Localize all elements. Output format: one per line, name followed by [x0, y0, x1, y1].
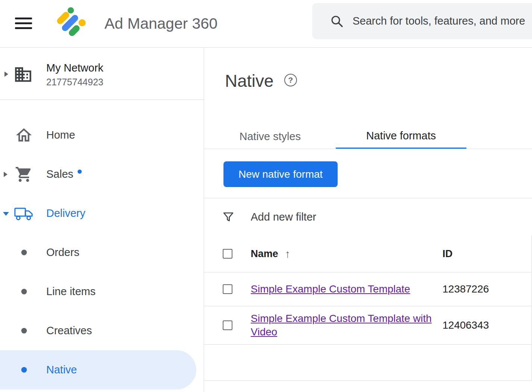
chevron-down-icon[interactable] [3, 212, 9, 216]
help-glyph: ? [288, 76, 293, 85]
search-bar[interactable]: Search for tools, features, and more [312, 3, 532, 39]
search-icon [330, 15, 344, 28]
chevron-right-icon[interactable] [4, 172, 7, 177]
cart-icon [15, 165, 33, 183]
sidebar-item-home[interactable]: Home [0, 116, 204, 155]
table-row: Simple Example Custom Template 12387226 [204, 272, 531, 306]
page-title: Native [225, 71, 273, 91]
sidebar: My Network 21775744923 Home Sales [0, 48, 204, 392]
row-checkbox[interactable] [223, 320, 232, 330]
sidebar-item-line-items[interactable]: Line items [0, 272, 204, 311]
native-format-link[interactable]: Simple Example Custom Template [251, 282, 410, 296]
sidebar-item-label: Orders [46, 233, 79, 272]
add-filter-label: Add new filter [251, 198, 316, 235]
sidebar-nav: Home Sales Delivery [0, 116, 204, 389]
chevron-right-icon[interactable] [4, 72, 8, 77]
table-header-row: Name ↑ ID [204, 235, 531, 272]
notification-dot [78, 170, 82, 174]
table-empty-row [204, 345, 531, 381]
main-content: Native ? Native styles Native formats Ne… [204, 48, 532, 392]
bullet-icon [21, 289, 27, 294]
sidebar-item-creatives[interactable]: Creatives [0, 311, 204, 350]
tab-native-formats[interactable]: Native formats [336, 124, 466, 149]
select-all-checkbox[interactable] [223, 249, 232, 259]
row-checkbox[interactable] [223, 284, 232, 294]
building-icon [13, 65, 33, 84]
sidebar-item-label: Home [46, 116, 75, 155]
row-id: 12406343 [442, 319, 489, 331]
search-placeholder-text: Search for tools, features, and more [353, 15, 525, 27]
app-title: Ad Manager 360 [104, 0, 218, 47]
table-row: Simple Example Custom Template with Vide… [204, 306, 531, 345]
new-native-format-button[interactable]: New native format [223, 161, 338, 187]
bullet-icon [21, 250, 27, 255]
native-formats-table: Name ↑ ID Simple Example Custom Template… [204, 235, 532, 381]
column-header-id: ID [442, 248, 453, 260]
network-selector[interactable]: My Network 21775744923 [0, 48, 204, 100]
ad-manager-logo-icon [55, 7, 89, 40]
tab-label: Native styles [240, 130, 301, 143]
help-icon[interactable]: ? [284, 74, 297, 86]
sidebar-item-label: Creatives [46, 311, 92, 350]
truck-icon [14, 206, 34, 221]
network-name: My Network [46, 62, 103, 74]
menu-hamburger-icon[interactable] [15, 18, 32, 29]
sidebar-item-label: Sales [46, 155, 73, 194]
sidebar-item-label: Line items [46, 272, 96, 311]
home-icon [15, 126, 33, 145]
tab-label: Native formats [366, 130, 436, 142]
row-id: 12387226 [442, 283, 489, 295]
add-filter-row[interactable]: Add new filter [204, 198, 532, 235]
filter-funnel-icon [222, 210, 235, 224]
native-format-link[interactable]: Simple Example Custom Template with Vide… [251, 312, 434, 339]
selected-item-highlight [0, 350, 196, 389]
sidebar-item-label: Native [46, 350, 77, 389]
column-header-name[interactable]: Name [251, 248, 278, 260]
top-app-bar: Ad Manager 360 Search for tools, feature… [0, 0, 532, 48]
bullet-icon [21, 367, 27, 373]
tabs-divider [204, 149, 532, 149]
sort-ascending-icon[interactable]: ↑ [285, 248, 291, 260]
sidebar-item-label: Delivery [46, 194, 85, 233]
network-id: 21775744923 [46, 77, 103, 88]
sidebar-item-orders[interactable]: Orders [0, 233, 204, 272]
sidebar-item-native[interactable]: Native [0, 350, 204, 389]
sidebar-item-delivery[interactable]: Delivery [0, 194, 204, 233]
sidebar-item-sales[interactable]: Sales [0, 155, 204, 194]
bullet-icon [21, 328, 27, 333]
tab-native-styles[interactable]: Native styles [204, 124, 336, 149]
